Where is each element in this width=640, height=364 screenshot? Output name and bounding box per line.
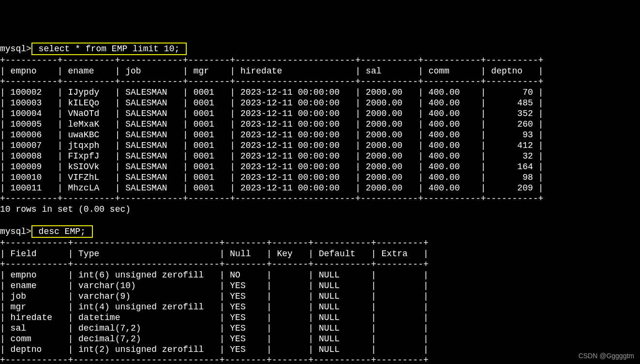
emp-result-table: +----------+----------+------------+----… [0, 56, 543, 204]
mysql-prompt-1: mysql> [0, 44, 31, 54]
rows-affected-msg: 10 rows in set (0.00 sec) [0, 204, 131, 214]
mysql-prompt-2: mysql> [0, 227, 31, 236]
desc-emp-table: +------------+--------------------------… [0, 238, 429, 364]
watermark: CSDN @Gggggtm [579, 350, 634, 361]
terminal[interactable]: mysql> select * from EMP limit 10; +----… [0, 43, 640, 364]
query-2-highlighted: desc EMP; [31, 225, 93, 238]
query-1-highlighted: select * from EMP limit 10; [31, 43, 187, 55]
